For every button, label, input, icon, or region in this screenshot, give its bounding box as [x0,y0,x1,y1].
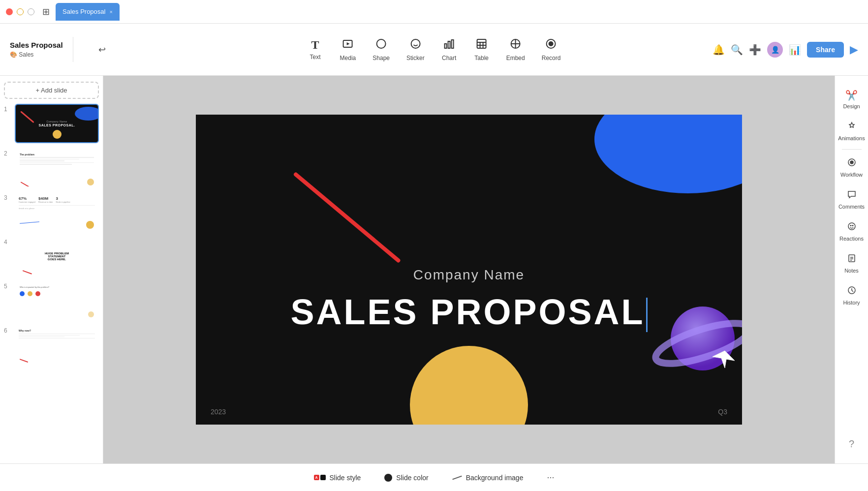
reactions-panel-button[interactable]: Reactions [835,215,868,247]
table-tool[interactable]: Table [467,34,496,65]
table-icon [476,38,488,53]
slide-style-button[interactable]: A Slide style [309,471,366,485]
analytics-icon[interactable]: 📊 [789,44,801,56]
comments-icon [847,189,857,202]
tab-sales-proposal[interactable]: Sales Proposal × [56,3,120,21]
slide-color-dot [384,474,392,482]
sticker-tool-label: Sticker [406,55,425,61]
animations-icon [847,121,857,133]
notes-label: Notes [844,268,859,274]
media-icon [342,38,354,53]
slide-thumbnail-6[interactable]: Why now? [15,325,99,365]
reactions-icon [847,221,857,234]
minimize-window-button[interactable] [17,8,24,15]
svg-point-23 [848,223,855,230]
design-panel-button[interactable]: ✂️ Design [835,84,868,115]
tab-close-icon[interactable]: × [109,9,112,15]
right-sidebar: ✂️ Design Animations Workflow Comments [835,76,868,463]
text-tool[interactable]: T Text [301,34,330,64]
slide-panel: + Add slide 1 Company Name SALES PROPOSA… [0,76,103,463]
record-icon [545,38,557,53]
text-cursor [646,298,648,332]
animations-panel-button[interactable]: Animations [835,115,868,147]
slide-color-button[interactable]: Slide color [379,471,433,485]
media-tool[interactable]: Media [333,34,363,65]
help-button[interactable]: ? [835,432,868,456]
slide-thumbnail-1[interactable]: Company Name SALES PROPOSAL. [15,104,99,143]
more-icon: ··· [547,472,554,483]
record-tool[interactable]: Record [535,34,568,65]
toolbar-right: 🔔 🔍 ➕ 👤 📊 Share ▶ [713,42,858,58]
slide-number-6: 6 [4,325,11,334]
comments-panel-button[interactable]: Comments [835,184,868,215]
slide-item-5[interactable]: 5 Who is impacted by this problem? [4,281,99,320]
slide-number-2: 2 [4,148,11,157]
more-options-button[interactable]: ··· [542,469,559,486]
undo-button[interactable]: ↩ [98,44,106,55]
background-image-button[interactable]: Background image [447,471,528,485]
blue-blob-decoration [594,115,742,193]
slide-item-4[interactable]: 4 HUGE PROBLEMSTATEMENTGOES HERE. [4,237,99,276]
window-controls [6,8,34,15]
slide-thumbnail-5[interactable]: Who is impacted by this problem? [15,281,99,320]
add-slide-button[interactable]: + Add slide [4,82,99,99]
svg-point-3 [411,39,420,48]
svg-rect-8 [452,40,454,48]
table-tool-label: Table [474,55,489,61]
maximize-window-button[interactable] [28,8,34,15]
shape-tool-label: Shape [372,55,390,61]
history-label: History [843,300,860,306]
slide-style-label: Slide style [330,474,361,482]
slide-thumbnail-4[interactable]: HUGE PROBLEMSTATEMENTGOES HERE. [15,237,99,276]
record-tool-label: Record [542,55,561,61]
svg-rect-26 [849,255,855,262]
slide-number-5: 5 [4,281,11,290]
presentation-subtitle: 🎨 Sales [10,51,63,58]
company-name-text: Company Name [196,267,742,283]
embed-icon [510,38,522,53]
slide-item-6[interactable]: 6 Why now? [4,325,99,365]
shape-tool[interactable]: Shape [366,34,397,65]
toolbar-presentation-info: Sales Proposal 🎨 Sales [10,37,73,62]
slide-color-label: Slide color [396,474,428,482]
slide-number-4: 4 [4,237,11,246]
chart-tool[interactable]: Chart [434,34,464,65]
slide-number-3: 3 [4,192,11,201]
svg-rect-9 [477,39,486,48]
notification-bell-icon[interactable]: 🔔 [713,44,725,56]
text-icon: T [311,38,319,52]
slide-item-1[interactable]: 1 Company Name SALES PROPOSAL. [4,104,99,143]
red-line-decoration [293,172,401,263]
chart-icon [443,38,455,53]
tools-bar: T Text Media Shape Sticker Chart [301,34,568,65]
history-panel-button[interactable]: History [835,279,868,311]
help-icon: ? [849,438,854,450]
workflow-icon [847,157,857,170]
add-button[interactable]: ➕ [749,44,761,56]
sticker-tool[interactable]: Sticker [400,34,432,65]
slide-item-3[interactable]: 3 67% Customer engaged $40M Revenue to d… [4,192,99,232]
svg-point-17 [549,42,553,46]
app-grid-icon[interactable]: ⊞ [42,6,50,17]
search-icon[interactable]: 🔍 [731,44,743,56]
embed-tool[interactable]: Embed [499,34,532,65]
title-bar: ⊞ Sales Proposal × [0,0,868,24]
notes-panel-button[interactable]: Notes [835,247,868,279]
canvas-area[interactable]: Company Name SALES PROPOSAL 2023 Q3 [103,76,835,463]
media-tool-label: Media [340,55,356,61]
shape-icon [375,38,387,53]
slide-item-2[interactable]: 2 The problem [4,148,99,187]
slide-style-icon: A [314,475,326,480]
close-window-button[interactable] [6,8,13,15]
play-button[interactable]: ▶ [850,43,858,56]
user-avatar[interactable]: 👤 [767,42,783,58]
slide-thumbnail-3[interactable]: 67% Customer engaged $40M Revenue to dat… [15,192,99,232]
workflow-panel-button[interactable]: Workflow [835,152,868,184]
slide-thumbnail-2[interactable]: The problem [15,148,99,187]
year-text: 2023 [211,408,226,416]
comments-label: Comments [838,204,865,210]
svg-point-22 [850,161,853,164]
share-button[interactable]: Share [807,42,844,58]
planet-sticker[interactable] [649,294,742,378]
tab-title: Sales Proposal [62,8,105,15]
